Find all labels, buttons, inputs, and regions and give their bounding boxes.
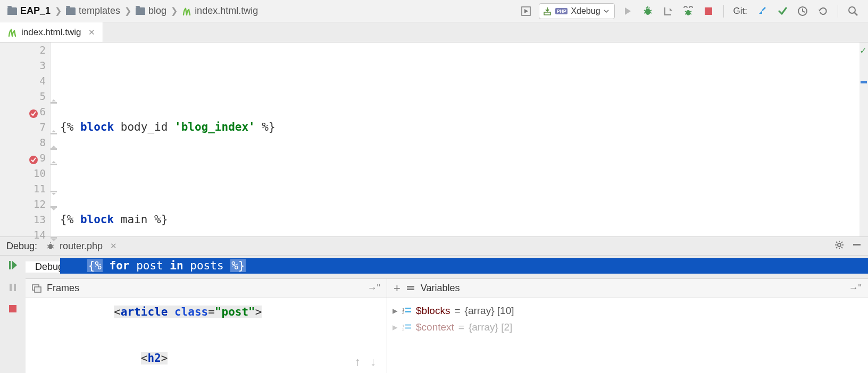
resume-button[interactable] xyxy=(8,260,18,272)
run-config-label: Xdebug xyxy=(571,6,600,16)
stop-button[interactable] xyxy=(9,304,17,315)
fold-open-icon[interactable] xyxy=(51,124,58,131)
run-configuration-select[interactable]: PHP Xdebug xyxy=(539,3,615,19)
line-number: 11 xyxy=(0,181,46,197)
divider xyxy=(838,5,838,18)
svg-rect-12 xyxy=(51,148,57,150)
run-with-coverage-button[interactable] xyxy=(661,4,675,19)
breadcrumb-item-project[interactable]: EAP_1 xyxy=(7,5,51,16)
fold-close-icon[interactable] xyxy=(51,232,58,239)
expand-arrow-icon[interactable]: ▸ xyxy=(393,321,398,333)
run-button[interactable] xyxy=(620,4,635,19)
editor-tabs: index.html.twig ✕ xyxy=(0,22,868,43)
folder-icon xyxy=(136,7,145,15)
chevron-down-icon xyxy=(604,10,609,13)
git-commit-button[interactable] xyxy=(775,4,790,19)
chevron-right-icon: ❯ xyxy=(124,6,131,16)
line-number: 2 xyxy=(0,43,46,58)
stop-button[interactable] xyxy=(701,4,716,19)
svg-rect-21 xyxy=(10,284,12,291)
svg-rect-14 xyxy=(51,191,57,192)
git-label: Git: xyxy=(733,6,747,16)
code-content[interactable]: {% block body_id 'blog_index' %} {% bloc… xyxy=(60,43,868,236)
equals: = xyxy=(458,321,464,333)
git-revert-button[interactable] xyxy=(815,4,830,19)
git-update-button[interactable] xyxy=(755,4,770,19)
code-line-current: {% for post in posts %} xyxy=(60,258,868,274)
breadcrumb-label: EAP_1 xyxy=(20,5,51,16)
svg-point-17 xyxy=(48,244,53,249)
navigation-bar: EAP_1 ❯ templates ❯ blog ❯ index.html.tw… xyxy=(0,0,868,22)
variable-row[interactable]: ▸ 12 $context = {array} [2] xyxy=(393,319,863,335)
breadcrumb-item-templates[interactable]: templates xyxy=(66,5,120,16)
line-number: 4 xyxy=(0,73,46,89)
fold-open-icon[interactable] xyxy=(51,139,58,147)
editor-tab-index[interactable]: index.html.twig ✕ xyxy=(0,22,103,42)
svg-rect-1 xyxy=(544,12,550,15)
pause-button[interactable] xyxy=(9,283,17,294)
fold-open-icon[interactable] xyxy=(51,108,58,116)
svg-rect-22 xyxy=(14,284,16,291)
search-everywhere-button[interactable] xyxy=(846,4,861,19)
breadcrumb-label: templates xyxy=(79,5,120,16)
svg-point-2 xyxy=(645,9,650,15)
line-number: 13 xyxy=(0,212,46,227)
line-number: 6 xyxy=(0,104,46,120)
line-number-gutter[interactable]: 2 3 4 5 6 7 8 9 10 11 12 13 14 xyxy=(0,43,51,236)
git-history-button[interactable] xyxy=(795,4,810,19)
marker[interactable] xyxy=(861,81,867,83)
profile-button[interactable] xyxy=(681,4,696,19)
svg-rect-51 xyxy=(35,287,41,292)
svg-rect-13 xyxy=(51,164,57,165)
code-line xyxy=(60,166,868,181)
toolbar: PHP Xdebug Git: xyxy=(519,3,861,19)
svg-rect-15 xyxy=(51,206,57,208)
svg-point-3 xyxy=(686,10,690,15)
svg-point-6 xyxy=(849,7,855,13)
code-line: <article class="post"> xyxy=(60,304,868,320)
svg-rect-16 xyxy=(51,237,57,239)
code-line: <h2> xyxy=(60,351,868,366)
variable-value: {array} [2] xyxy=(469,321,512,333)
svg-rect-10 xyxy=(51,117,57,119)
close-icon[interactable]: ✕ xyxy=(88,28,95,37)
fold-open-icon[interactable] xyxy=(51,155,58,162)
breakpoint-icon[interactable] xyxy=(29,154,38,163)
error-stripe[interactable]: ✓ xyxy=(859,43,868,236)
svg-rect-61 xyxy=(405,327,411,329)
breadcrumb: EAP_1 ❯ templates ❯ blog ❯ index.html.tw… xyxy=(7,5,519,16)
twig-file-icon xyxy=(182,6,191,16)
line-number: 8 xyxy=(0,135,46,150)
debug-button[interactable] xyxy=(640,4,655,19)
breadcrumb-label: index.html.twig xyxy=(195,5,258,16)
chevron-right-icon: ❯ xyxy=(55,6,62,16)
chevron-right-icon: ❯ xyxy=(171,6,178,16)
variable-name: $context xyxy=(416,321,454,333)
line-number: 3 xyxy=(0,58,46,73)
breakpoint-icon[interactable] xyxy=(29,107,38,117)
code-line: {% block body_id 'blog_index' %} xyxy=(60,120,868,135)
fold-close-icon[interactable] xyxy=(51,185,58,193)
breadcrumb-item-file[interactable]: index.html.twig xyxy=(182,5,258,16)
fold-gutter[interactable] xyxy=(51,43,60,236)
check-icon: ✓ xyxy=(860,45,866,56)
fold-close-icon[interactable] xyxy=(51,201,58,208)
divider xyxy=(723,5,724,18)
fold-open-icon[interactable] xyxy=(51,93,58,100)
line-number: 12 xyxy=(0,197,46,212)
code-editor[interactable]: 2 3 4 5 6 7 8 9 10 11 12 13 14 xyxy=(0,43,868,236)
debug-side-toolbar xyxy=(0,256,26,373)
run-with-coverage-button[interactable] xyxy=(519,4,533,19)
svg-rect-23 xyxy=(9,305,16,312)
array-icon: 12 xyxy=(402,324,412,331)
import-icon xyxy=(542,7,552,15)
breadcrumb-label: blog xyxy=(148,5,166,16)
svg-rect-11 xyxy=(51,133,57,134)
svg-text:2: 2 xyxy=(402,327,405,331)
code-line xyxy=(60,73,868,89)
folder-icon xyxy=(66,7,76,15)
breadcrumb-item-blog[interactable]: blog xyxy=(136,5,166,16)
line-number: 7 xyxy=(0,120,46,135)
php-badge-icon: PHP xyxy=(555,8,568,14)
line-number: 5 xyxy=(0,89,46,104)
